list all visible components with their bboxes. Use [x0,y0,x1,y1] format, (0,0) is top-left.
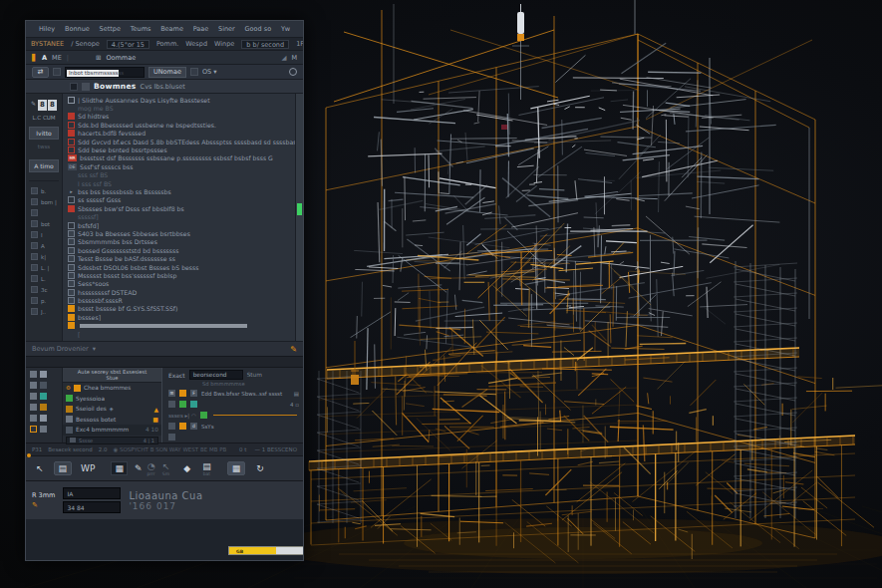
toolbar-button[interactable]: BYSTANEE [31,40,64,48]
edit-pencil-icon[interactable]: ✎ [290,345,297,354]
prop-row[interactable] [168,432,299,442]
tab-oommae[interactable]: Oommae [106,54,136,62]
row-check-chip[interactable] [66,395,73,402]
menu-item[interactable]: Beame [155,25,188,33]
tree-row[interactable]: Sdd Gvcvd bf.ecs Dasd 5.8b bbSTEdess Abs… [63,138,295,146]
toolbar-button[interactable]: Winpe [214,40,234,48]
tree-row[interactable]: bsfsfd] [63,221,295,229]
dock-slider[interactable]: Sssse 4 | 1 [66,437,158,444]
menu-item[interactable]: Teums [126,25,155,33]
dock-rail-row[interactable] [30,393,62,400]
menu-item[interactable]: Good so [240,25,276,33]
tree-row[interactable]: sss ssf BS [63,171,295,179]
tree-row[interactable]: hssssssssf DSTEAD [63,288,295,296]
menu-item[interactable]: Yw [276,25,295,33]
tree-row[interactable]: Sdssbst DSOL06 bsbst Bssses bS besss [63,263,295,271]
tree-scrollbar[interactable] [295,94,303,341]
tree-row[interactable]: Sds.bd Bbessssed ussbesne ne bspedtsstie… [63,121,295,129]
prop-chip[interactable] [200,412,207,419]
unomae-button[interactable]: UNomae [148,67,186,78]
brush-icon[interactable]: ✎ [135,463,143,473]
me-tool[interactable]: ME [52,54,62,62]
dock-rail-row[interactable] [30,426,62,433]
mini-toggle[interactable] [53,68,61,76]
toolbar-button[interactable]: b b/ second [241,40,289,49]
chevron-down-icon[interactable]: ▾ [93,345,96,353]
tree-row[interactable]: bssses] [63,313,295,321]
prop-chip[interactable] [179,423,186,430]
toolbar-button[interactable]: Pomm. [156,40,178,48]
prop-row[interactable]: ⊞FEdd Bws.bfssr Sbws..ssf sssst▤ [168,388,299,399]
os-dropdown[interactable]: OS ▾ [202,68,217,76]
redo-icon[interactable]: ↻ [256,463,264,473]
dock-list-row[interactable]: ⚙Chea bmommes [63,383,161,394]
dock-rail-row[interactable] [30,415,62,422]
atimo-button[interactable]: A timo [29,159,59,172]
prop-chip[interactable] [168,401,175,408]
panels-icon[interactable]: ▦ [227,461,246,475]
tree-row[interactable]: Mssssst bssst bss'ssssssf bsblsp [63,271,295,279]
dock-list-row[interactable]: Syessoioa [63,394,161,405]
menu-item[interactable]: Hiley [34,25,60,33]
layer-list-item[interactable]: bot [31,218,62,229]
tree-row[interactable]: Sbsmmmmbs bss Drtsses [63,238,295,246]
layer-list-item[interactable]: b. [31,185,62,196]
prop-chip[interactable] [179,401,186,408]
row-check-chip[interactable] [74,385,81,392]
checkbox-icon[interactable] [70,83,78,91]
tree-row[interactable]: l sss ssf BS [63,179,295,187]
dock-list-row[interactable]: Exc4 bmmmmmm4 10 [63,425,161,436]
mini-toggle-2[interactable] [190,68,198,76]
toolbar-button[interactable]: Wespd [185,40,207,48]
prop-row[interactable]: ssses ▸| ◠ [168,410,299,421]
prop-chip[interactable] [179,390,186,397]
toolbar-button[interactable]: 1F [296,40,304,48]
dock-list-row[interactable]: Sseioil des◈▲ [63,404,161,415]
layer-list-item[interactable]: k| [31,251,62,262]
swap-icon[interactable]: ⇄ [32,67,49,78]
select-icon[interactable]: ↖Sm [162,461,170,476]
frame-tool-icon[interactable]: ▤ [54,461,73,475]
dock-rail-row[interactable] [30,371,62,378]
prop-chip[interactable]: F [190,390,197,397]
layer-list-item[interactable]: L. | [31,262,62,273]
prop-chip[interactable] [190,401,197,408]
layer-list-item[interactable]: 3c [31,284,62,295]
transport-input-2[interactable]: 34 84 [63,501,121,513]
dock-rail-row[interactable] [30,382,62,389]
menu-item[interactable]: Bonnue [60,25,95,33]
tree-row[interactable]: S403 ba Bbesses Sbbeses bsrtbbses [63,229,295,237]
tree-row[interactable]: ▸bss bss bssssbssb ss Bsssssbs [63,187,295,195]
prop-chip[interactable] [168,423,175,430]
dock-list-row[interactable]: Bessoss botet■ [63,415,161,426]
row-check-chip[interactable] [66,427,73,434]
grid-tool-icon[interactable]: ▦ [111,461,128,475]
ivitto-button[interactable]: Ivitto [29,127,59,140]
letter-tool[interactable]: A [42,54,47,62]
tree-row[interactable]: Sbssses bsw'sf Dsss ssf bbsblf8 bs [63,204,295,212]
toolbar-button[interactable]: 4.(5°or 15 [107,40,149,49]
row-check-chip[interactable] [66,406,73,413]
menu-item[interactable]: Paae [188,25,213,33]
measure-icon[interactable]: ◔prrr [147,461,154,476]
tree-row[interactable]: bsssssbf.ssssR [63,296,295,304]
toolbar-button[interactable]: / Senope [71,40,100,48]
tree-row[interactable]: bossed Gssssssststd bd bsssssss [63,246,295,254]
display-icon[interactable]: ▤bat [202,461,211,476]
layer-list-item[interactable]: p. [31,295,62,306]
layer-list-item[interactable] [31,207,62,218]
prop-chip[interactable]: d [190,423,197,430]
tree-row[interactable]: Sd hidtres [63,113,295,121]
tree-row[interactable]: sssssf] [63,212,295,220]
record-icon[interactable] [289,68,297,76]
menu-item[interactable]: Siner [213,25,240,33]
tree-row[interactable]: hacerts.bdf8 fevsssed [63,130,295,138]
tree-row[interactable]: Sess*soos [63,280,295,288]
beorsecond-input[interactable]: beorsecond [189,370,243,380]
prop-row[interactable]: dSsYs [168,421,299,432]
tree-row[interactable]: bssst bsssse bf G.SYS.SfSST.SSf) [63,305,295,313]
prop-chip[interactable]: ⊞ [168,390,175,397]
search-input[interactable]: Inbot tbsmmsssssss [65,67,145,78]
tree-row[interactable]: Sdd bese bsnted bssrtpssses [63,146,295,153]
tree-row[interactable]: Tesst Bssse be bASf.dsssssse ss [63,254,295,262]
